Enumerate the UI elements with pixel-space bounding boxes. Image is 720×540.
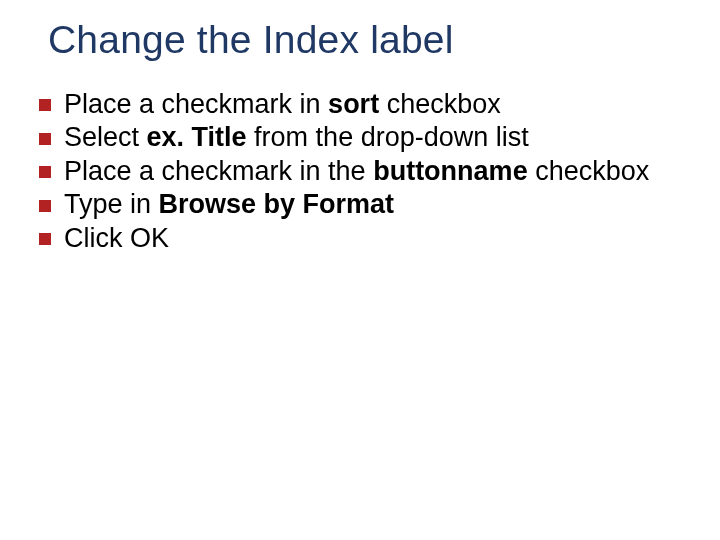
text-pre: Select — [64, 122, 147, 152]
text-post: checkbox — [528, 156, 650, 186]
text-bold: sort — [328, 89, 379, 119]
text-bold: ex. Title — [147, 122, 247, 152]
text-pre: Place a checkmark in — [64, 89, 328, 119]
list-item: Place a checkmark in the buttonname chec… — [34, 155, 692, 188]
slide: Change the Index label Place a checkmark… — [0, 0, 720, 540]
text-pre: Type in — [64, 189, 159, 219]
list-item: Click OK — [34, 222, 692, 255]
text-pre: Place a checkmark in the — [64, 156, 373, 186]
text-bold: Browse by Format — [159, 189, 395, 219]
list-item: Select ex. Title from the drop-down list — [34, 121, 692, 154]
text-post: checkbox — [379, 89, 501, 119]
bullet-list: Place a checkmark in sort checkbox Selec… — [28, 88, 692, 255]
text-post: from the drop-down list — [247, 122, 529, 152]
list-item: Type in Browse by Format — [34, 188, 692, 221]
page-title: Change the Index label — [48, 18, 692, 62]
text-pre: Click OK — [64, 223, 169, 253]
text-bold: buttonname — [373, 156, 528, 186]
list-item: Place a checkmark in sort checkbox — [34, 88, 692, 121]
